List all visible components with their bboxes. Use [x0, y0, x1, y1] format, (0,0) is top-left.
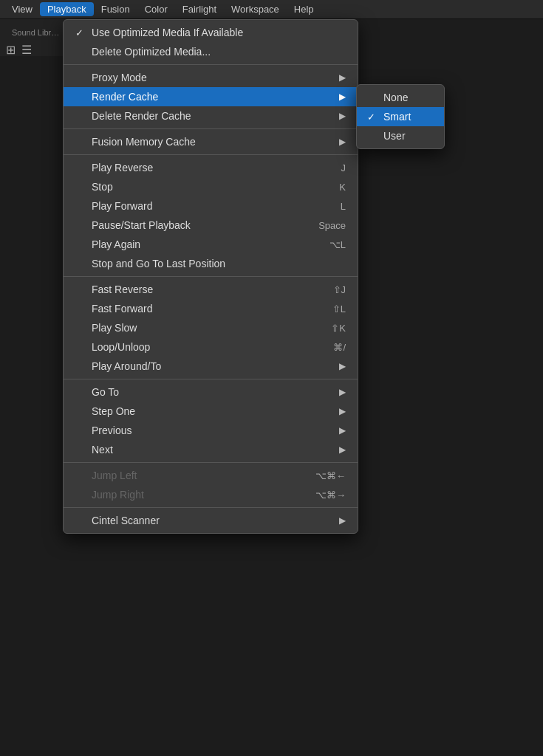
label-jump-left: Jump Left — [92, 470, 137, 481]
menu-item-stop-go-last[interactable]: Stop and Go To Last Position — [64, 254, 358, 273]
label-render-cache: Render Cache — [92, 91, 158, 103]
shortcut-play-slow: ⇧K — [331, 323, 346, 334]
label-stop: Stop — [92, 181, 113, 193]
menu-item-step-one[interactable]: Step One ▶ — [64, 402, 358, 421]
label-smart: Smart — [383, 111, 411, 123]
menu-item-fast-forward[interactable]: Fast Forward ⇧L — [64, 299, 358, 318]
shortcut-stop: K — [339, 182, 346, 193]
submenu-item-user[interactable]: User — [357, 126, 444, 145]
label-pause-start: Pause/Start Playback — [92, 219, 191, 231]
separator-4 — [64, 276, 358, 277]
menu-item-proxy-mode[interactable]: Proxy Mode ▶ — [64, 68, 358, 87]
arrow-delete-render-cache: ▶ — [339, 111, 346, 121]
sound-library-label: Sound Libra... — [6, 25, 67, 40]
menu-item-go-to[interactable]: Go To ▶ — [64, 382, 358, 402]
shortcut-fast-forward: ⇧L — [332, 303, 346, 315]
menu-item-play-again[interactable]: Play Again ⌥L — [64, 235, 358, 254]
arrow-next: ▶ — [339, 444, 346, 455]
check-smart: ✓ — [367, 111, 379, 123]
menubar-item-help[interactable]: Help — [287, 2, 321, 16]
label-delete-optimized: Delete Optimized Media... — [92, 46, 211, 58]
menu-item-render-cache[interactable]: Render Cache ▶ — [64, 87, 358, 106]
label-user: User — [383, 130, 406, 142]
label-go-to: Go To — [92, 386, 119, 398]
submenu-item-smart[interactable]: ✓ Smart — [357, 107, 444, 126]
menubar-item-workspace[interactable]: Workspace — [224, 2, 287, 16]
label-fast-reverse: Fast Reverse — [92, 284, 153, 295]
menu-item-use-optimized[interactable]: ✓ Use Optimized Media If Available — [64, 23, 358, 42]
label-play-around-to: Play Around/To — [92, 360, 161, 372]
label-step-one: Step One — [92, 405, 135, 417]
shortcut-jump-left: ⌥⌘← — [315, 470, 346, 481]
menu-item-loop-unloop[interactable]: Loop/Unloop ⌘/ — [64, 337, 358, 357]
label-fast-forward: Fast Forward — [92, 303, 152, 315]
menubar-item-playback[interactable]: Playback — [40, 2, 94, 16]
submenu-container-render-cache: Render Cache ▶ None ✓ Smart — [64, 87, 358, 106]
menu-item-next[interactable]: Next ▶ — [64, 440, 358, 459]
label-stop-go-last: Stop and Go To Last Position — [92, 258, 225, 269]
label-none: None — [383, 92, 408, 103]
separator-3 — [64, 154, 358, 155]
arrow-go-to: ▶ — [339, 387, 346, 397]
arrow-render-cache: ▶ — [339, 92, 346, 102]
menu-item-previous[interactable]: Previous ▶ — [64, 421, 358, 440]
menu-item-delete-render-cache[interactable]: Delete Render Cache ▶ — [64, 106, 358, 126]
arrow-play-around-to: ▶ — [339, 361, 346, 371]
arrow-previous: ▶ — [339, 425, 346, 436]
arrow-proxy-mode: ▶ — [339, 72, 346, 83]
arrow-fusion-memory-cache: ▶ — [339, 137, 346, 147]
label-loop-unloop: Loop/Unloop — [92, 341, 150, 353]
shortcut-play-again: ⌥L — [329, 239, 346, 250]
menu-item-jump-right[interactable]: Jump Right ⌥⌘→ — [64, 485, 358, 504]
separator-5 — [64, 379, 358, 379]
menubar-item-fairlight[interactable]: Fairlight — [175, 2, 224, 16]
separator-7 — [64, 507, 358, 508]
shortcut-pause-start: Space — [318, 220, 346, 231]
menu-item-pause-start[interactable]: Pause/Start Playback Space — [64, 216, 358, 235]
label-proxy-mode: Proxy Mode — [92, 72, 147, 83]
menu-item-delete-optimized[interactable]: Delete Optimized Media... — [64, 42, 358, 61]
label-fusion-memory-cache: Fusion Memory Cache — [92, 136, 196, 148]
playback-menu: ✓ Use Optimized Media If Available Delet… — [63, 19, 358, 534]
check-use-optimized: ✓ — [75, 27, 87, 38]
menubar-item-view[interactable]: View — [4, 2, 40, 16]
menubar-item-color[interactable]: Color — [137, 2, 175, 16]
label-delete-render-cache: Delete Render Cache — [92, 110, 191, 122]
menubar: View Playback Fusion Color Fairlight Wor… — [0, 0, 543, 19]
menu-item-jump-left[interactable]: Jump Left ⌥⌘← — [64, 466, 358, 485]
label-play-slow: Play Slow — [92, 322, 137, 334]
shortcut-jump-right: ⌥⌘→ — [315, 489, 346, 501]
shortcut-play-forward: L — [341, 201, 346, 212]
menu-item-play-slow[interactable]: Play Slow ⇧K — [64, 318, 358, 337]
render-cache-submenu: None ✓ Smart User — [356, 84, 445, 149]
grid-icon[interactable]: ⊞ — [6, 43, 16, 57]
menu-item-play-forward[interactable]: Play Forward L — [64, 196, 358, 216]
submenu-item-none[interactable]: None — [357, 88, 444, 107]
label-play-forward: Play Forward — [92, 200, 152, 212]
label-play-reverse: Play Reverse — [92, 162, 153, 173]
separator-1 — [64, 64, 358, 65]
shortcut-fast-reverse: ⇧J — [333, 284, 346, 295]
shortcut-loop-unloop: ⌘/ — [333, 342, 346, 353]
menu-item-cintel-scanner[interactable]: Cintel Scanner ▶ — [64, 511, 358, 530]
arrow-step-one: ▶ — [339, 406, 346, 416]
label-cintel-scanner: Cintel Scanner — [92, 515, 160, 526]
menu-item-fast-reverse[interactable]: Fast Reverse ⇧J — [64, 280, 358, 299]
menu-item-play-reverse[interactable]: Play Reverse J — [64, 158, 358, 177]
playback-dropdown: ✓ Use Optimized Media If Available Delet… — [63, 19, 358, 534]
label-previous: Previous — [92, 425, 132, 436]
menu-item-stop[interactable]: Stop K — [64, 177, 358, 196]
separator-2 — [64, 128, 358, 129]
menubar-item-fusion[interactable]: Fusion — [94, 2, 137, 16]
separator-6 — [64, 462, 358, 463]
label-next: Next — [92, 444, 113, 456]
shortcut-play-reverse: J — [341, 162, 346, 173]
list-icon[interactable]: ☰ — [21, 43, 32, 57]
menu-item-play-around-to[interactable]: Play Around/To ▶ — [64, 357, 358, 376]
label-play-again: Play Again — [92, 238, 140, 250]
label-use-optimized: Use Optimized Media If Available — [92, 27, 243, 38]
menu-item-fusion-memory-cache[interactable]: Fusion Memory Cache ▶ — [64, 132, 358, 151]
arrow-cintel-scanner: ▶ — [339, 515, 346, 526]
label-jump-right: Jump Right — [92, 489, 144, 501]
